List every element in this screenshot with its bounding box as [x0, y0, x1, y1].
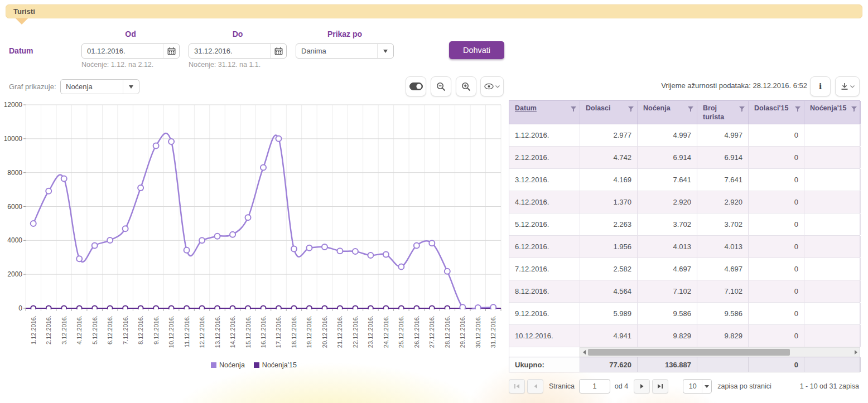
table-row[interactable]: 4.12.2016.1.3702.9202.9200	[509, 191, 860, 213]
scrollbar-thumb[interactable]	[588, 349, 790, 356]
page-size-select[interactable]: 10	[683, 379, 712, 394]
column-header-2[interactable]: Noćenja	[638, 101, 697, 124]
column-header-5[interactable]: Noćenja'15	[804, 101, 861, 124]
data-point-nocenja[interactable]	[123, 226, 128, 231]
data-point-nocenja15[interactable]	[307, 306, 312, 311]
table-row[interactable]: 8.12.2016.4.5647.1027.1020	[509, 280, 860, 303]
data-point-nocenja[interactable]	[31, 221, 36, 226]
filter-funnel-icon[interactable]	[628, 106, 634, 115]
data-point-nocenja[interactable]	[475, 305, 481, 310]
data-point-nocenja15[interactable]	[230, 306, 235, 311]
column-header-1[interactable]: Dolasci	[580, 101, 638, 124]
table-hscrollbar[interactable]	[509, 347, 860, 357]
data-point-nocenja[interactable]	[291, 246, 297, 252]
data-point-nocenja15[interactable]	[153, 306, 158, 311]
data-point-nocenja[interactable]	[153, 143, 159, 148]
download-button[interactable]	[835, 76, 860, 96]
data-point-nocenja[interactable]	[92, 242, 98, 248]
data-point-nocenja[interactable]	[215, 234, 220, 239]
scroll-right-arrow[interactable]	[852, 348, 860, 357]
data-point-nocenja15[interactable]	[184, 306, 189, 311]
data-point-nocenja[interactable]	[199, 237, 205, 243]
data-point-nocenja[interactable]	[168, 139, 174, 144]
data-point-nocenja15[interactable]	[399, 306, 404, 311]
date-from-input[interactable]: 01.12.2016.	[81, 43, 180, 59]
data-point-nocenja[interactable]	[460, 304, 465, 310]
zoom-out-button[interactable]	[431, 76, 451, 96]
table-row[interactable]: 2.12.2016.4.7426.9146.9140	[509, 147, 860, 169]
data-point-nocenja15[interactable]	[445, 306, 450, 311]
data-point-nocenja[interactable]	[383, 252, 389, 258]
data-point-nocenja[interactable]	[398, 264, 404, 269]
data-point-nocenja15[interactable]	[291, 306, 296, 311]
dohvati-button[interactable]: Dohvati	[449, 41, 504, 59]
data-point-nocenja15[interactable]	[31, 306, 36, 311]
data-point-nocenja15[interactable]	[322, 306, 327, 311]
data-point-nocenja[interactable]	[353, 249, 358, 254]
column-header-3[interactable]: Broj turista	[697, 101, 749, 124]
chevron-down-icon[interactable]	[123, 80, 139, 94]
filter-funnel-icon[interactable]	[795, 106, 801, 115]
data-point-nocenja[interactable]	[490, 304, 496, 310]
scrollbar-track[interactable]	[580, 347, 860, 357]
data-point-nocenja[interactable]	[414, 242, 419, 248]
data-point-nocenja[interactable]	[76, 256, 82, 261]
data-point-nocenja[interactable]	[138, 185, 143, 191]
data-point-nocenja15[interactable]	[169, 306, 174, 311]
data-point-nocenja[interactable]	[184, 247, 190, 253]
data-point-nocenja15[interactable]	[108, 306, 113, 311]
data-point-nocenja[interactable]	[261, 165, 266, 171]
data-point-nocenja15[interactable]	[92, 306, 97, 311]
data-point-nocenja[interactable]	[337, 248, 343, 254]
column-header-4[interactable]: Dolasci'15	[749, 101, 804, 124]
data-point-nocenja15[interactable]	[123, 306, 128, 311]
table-row[interactable]: 5.12.2016.2.2633.7023.7020	[509, 213, 860, 236]
prev-page-button[interactable]	[527, 379, 543, 394]
data-point-nocenja15[interactable]	[430, 306, 435, 311]
chart-toggle-button[interactable]	[406, 76, 426, 96]
data-point-nocenja15[interactable]	[337, 306, 343, 311]
table-row[interactable]: 10.12.2016.4.9419.8299.8290	[509, 325, 860, 347]
zoom-in-button[interactable]	[456, 76, 476, 96]
chevron-down-icon[interactable]	[377, 44, 393, 58]
calendar-icon[interactable]	[163, 44, 179, 58]
table-row[interactable]: 6.12.2016.1.9564.0134.0130	[509, 236, 860, 258]
turisti-tab[interactable]: Turisti	[6, 4, 862, 18]
data-point-nocenja15[interactable]	[77, 306, 82, 311]
graf-prikazuje-select[interactable]: Noćenja	[60, 79, 139, 94]
legend-item[interactable]: Noćenja	[211, 361, 245, 369]
prikaz-po-select[interactable]: Danima	[296, 43, 394, 59]
date-to-input[interactable]: 31.12.2016.	[189, 43, 287, 59]
table-row[interactable]: 1.12.2016.2.9774.9974.9970	[509, 124, 860, 147]
first-page-button[interactable]	[509, 379, 525, 394]
last-page-button[interactable]	[652, 379, 668, 394]
page-number-input[interactable]	[579, 379, 610, 394]
data-point-nocenja[interactable]	[445, 269, 450, 274]
data-point-nocenja[interactable]	[46, 188, 51, 194]
data-point-nocenja15[interactable]	[46, 306, 51, 311]
data-point-nocenja15[interactable]	[61, 306, 66, 311]
filter-funnel-icon[interactable]	[688, 106, 693, 115]
data-point-nocenja15[interactable]	[215, 306, 220, 311]
data-point-nocenja[interactable]	[306, 245, 312, 251]
filter-funnel-icon[interactable]	[851, 106, 857, 115]
filter-funnel-icon[interactable]	[739, 106, 745, 115]
chart-visibility-button[interactable]	[480, 76, 504, 96]
info-button[interactable]: i	[810, 76, 831, 96]
chevron-down-icon[interactable]	[702, 380, 711, 393]
table-row[interactable]: 3.12.2016.4.1697.6417.6410	[509, 169, 860, 191]
data-point-nocenja15[interactable]	[414, 306, 419, 311]
table-row[interactable]: 7.12.2016.2.5824.6974.6970	[509, 258, 860, 280]
scroll-left-arrow[interactable]	[580, 348, 588, 357]
data-point-nocenja15[interactable]	[383, 306, 388, 311]
data-point-nocenja15[interactable]	[368, 306, 373, 311]
calendar-icon[interactable]	[270, 44, 286, 58]
data-point-nocenja15[interactable]	[353, 306, 358, 311]
data-point-nocenja[interactable]	[368, 253, 373, 258]
data-point-nocenja15[interactable]	[138, 306, 143, 311]
data-point-nocenja[interactable]	[230, 232, 235, 237]
data-point-nocenja[interactable]	[276, 136, 281, 142]
data-point-nocenja[interactable]	[61, 176, 67, 182]
data-point-nocenja15[interactable]	[261, 306, 266, 311]
table-row[interactable]: 9.12.2016.5.9899.5869.5860	[509, 303, 860, 325]
